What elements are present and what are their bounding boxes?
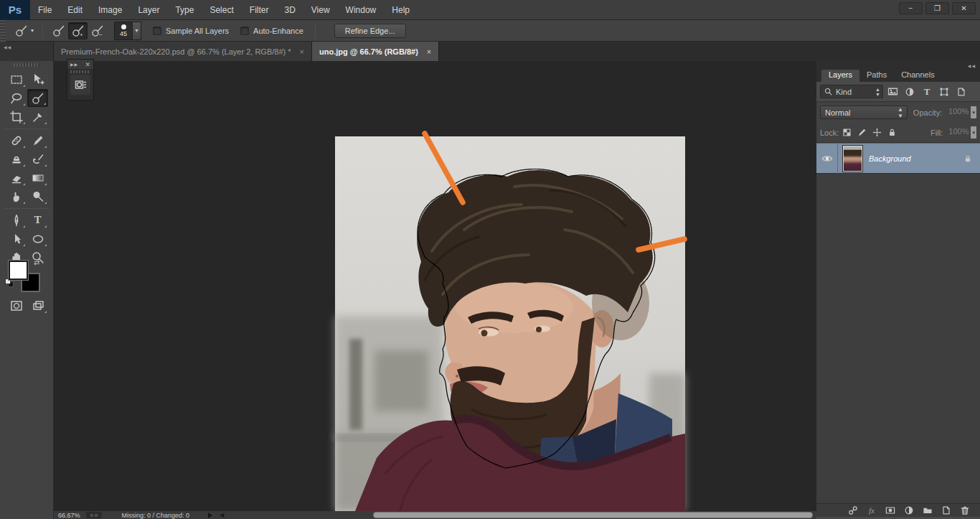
dodge-icon (31, 190, 45, 204)
add-layer-mask-button[interactable] (881, 505, 900, 516)
menu-window[interactable]: Window (338, 0, 385, 20)
layer-row-background[interactable]: Background (816, 143, 980, 174)
foreground-color-swatch[interactable] (9, 261, 28, 280)
opacity-value[interactable]: 100% (945, 106, 970, 118)
screen-mode-button[interactable] (27, 296, 48, 314)
eraser-icon (9, 171, 24, 185)
options-bar-grip[interactable] (0, 20, 6, 42)
tools-panel-grip[interactable] (14, 63, 39, 67)
close-icon[interactable]: ✕ (85, 61, 90, 68)
fill-label: Fill: (930, 128, 943, 137)
fill-dropdown-arrow[interactable]: ▼ (971, 126, 976, 139)
eye-icon (821, 152, 834, 165)
tool-ellipse-shape[interactable] (27, 230, 48, 248)
tool-history-brush[interactable] (27, 150, 48, 168)
tool-move[interactable] (27, 70, 48, 88)
menu-image[interactable]: Image (90, 0, 130, 20)
panel-tabs: Layers Paths Channels (816, 70, 980, 82)
refine-edge-button[interactable]: Refine Edge... (334, 24, 406, 38)
tab-channels[interactable]: Channels (894, 70, 941, 82)
photo-uno-jpg[interactable] (335, 136, 685, 511)
lock-row: Lock: Fill: 100% ▼ (816, 123, 980, 143)
scroll-left-icon[interactable]: ◀ (220, 512, 224, 518)
menu-layer[interactable]: Layer (130, 0, 167, 20)
minimize-button[interactable]: − (899, 2, 923, 14)
menu-filter[interactable]: Filter (242, 0, 277, 20)
filter-shape-layers-button[interactable] (936, 85, 952, 98)
tool-dodge[interactable] (27, 187, 48, 205)
filter-adjustment-layers-button[interactable] (902, 85, 918, 98)
layer-style-button[interactable]: fx (862, 506, 881, 515)
fill-value[interactable]: 100% (946, 126, 970, 139)
document-tab-premium-french-oak[interactable]: Premium-French-Oak-220x220.psd @ 66.7% (… (54, 42, 312, 61)
opacity-dropdown-arrow[interactable]: ▼ (971, 106, 976, 118)
kind-filter-dropdown[interactable]: Kind ▲▼ (820, 85, 883, 98)
expand-panel-icon[interactable]: ▶▶ (70, 62, 78, 67)
sample-all-layers-checkbox[interactable]: Sample All Layers (153, 27, 229, 35)
tab-layers[interactable]: Layers (821, 70, 859, 82)
floating-panel-titlebar[interactable]: ▶▶ ✕ (67, 60, 93, 69)
swap-colors-icon[interactable]: ⇄ (34, 258, 39, 266)
tool-eyedropper[interactable] (27, 108, 48, 126)
add-to-selection-mode-button[interactable]: + (68, 22, 88, 39)
document-tab-uno-jpg[interactable]: uno.jpg @ 66.7% (RGB/8#) × (312, 42, 439, 61)
tool-lasso[interactable] (6, 89, 27, 107)
brush-size-dropdown-arrow[interactable]: ▼ (133, 22, 141, 40)
tool-spot-healing-brush[interactable] (6, 131, 27, 149)
zoom-level-field[interactable]: 66.67% (58, 512, 80, 519)
menu-edit[interactable]: Edit (60, 0, 90, 20)
tool-brush[interactable] (27, 131, 48, 149)
tool-smudge[interactable] (6, 187, 27, 205)
new-selection-mode-button[interactable] (49, 22, 68, 39)
tab-paths[interactable]: Paths (859, 70, 894, 82)
menu-select[interactable]: Select (202, 0, 241, 20)
quick-mask-mode-button[interactable] (6, 296, 27, 314)
lock-all-button[interactable] (885, 126, 899, 139)
tool-pen[interactable] (6, 211, 27, 229)
menu-3d[interactable]: 3D (276, 0, 303, 20)
layer-thumbnail[interactable] (843, 146, 862, 172)
subtract-from-selection-mode-button[interactable]: − (88, 22, 107, 39)
layers-list-empty-area[interactable] (816, 174, 980, 503)
menu-view[interactable]: View (303, 0, 338, 20)
tool-clone-stamp[interactable] (6, 150, 27, 168)
auto-enhance-checkbox[interactable]: Auto-Enhance (240, 27, 303, 35)
tool-rectangular-marquee[interactable] (6, 70, 27, 88)
tool-eraser[interactable] (6, 169, 27, 187)
menu-file[interactable]: File (30, 0, 60, 20)
status-options-arrow-icon[interactable] (208, 513, 212, 518)
lock-position-button[interactable] (870, 126, 884, 139)
tool-preset-picker[interactable]: ▾ (11, 22, 37, 39)
close-icon[interactable]: × (300, 47, 304, 56)
dock-collapse-button[interactable]: ◀◀ (816, 61, 980, 70)
horizontal-scrollbar[interactable] (373, 512, 813, 518)
filter-smart-objects-button[interactable] (953, 85, 969, 98)
tool-path-selection[interactable] (6, 230, 27, 248)
tool-crop[interactable] (6, 108, 27, 126)
canvas-area[interactable] (54, 61, 811, 511)
new-group-button[interactable] (918, 505, 937, 516)
menu-help[interactable]: Help (384, 0, 418, 20)
tool-gradient[interactable] (27, 169, 48, 187)
logo-text: Ps (9, 4, 22, 16)
tools-panel-collapse-button[interactable]: ◀◀ (0, 42, 54, 61)
collapsed-panel-icon-button[interactable] (70, 75, 90, 95)
blend-mode-dropdown[interactable]: Normal ▲▼ (820, 106, 908, 119)
link-layers-button[interactable] (844, 505, 862, 516)
delete-layer-button[interactable] (956, 505, 974, 516)
tool-type[interactable]: T (27, 211, 48, 229)
lock-pixels-button[interactable] (855, 126, 869, 139)
close-button[interactable]: ✕ (952, 2, 976, 14)
lock-transparency-button[interactable] (840, 126, 854, 139)
new-adjustment-layer-button[interactable] (900, 505, 918, 516)
filter-pixel-layers-button[interactable] (885, 85, 900, 98)
menu-type[interactable]: Type (167, 0, 202, 20)
filter-type-layers-button[interactable]: T (919, 85, 935, 98)
new-layer-button[interactable] (937, 505, 956, 516)
brush-size-picker[interactable]: 45 ▼ (114, 22, 141, 40)
close-icon[interactable]: × (427, 47, 431, 56)
restore-button[interactable]: ❐ (925, 2, 949, 14)
photoshop-logo[interactable]: Ps (0, 0, 30, 20)
tool-quick-selection[interactable] (27, 89, 48, 107)
layer-visibility-toggle[interactable] (816, 143, 838, 174)
